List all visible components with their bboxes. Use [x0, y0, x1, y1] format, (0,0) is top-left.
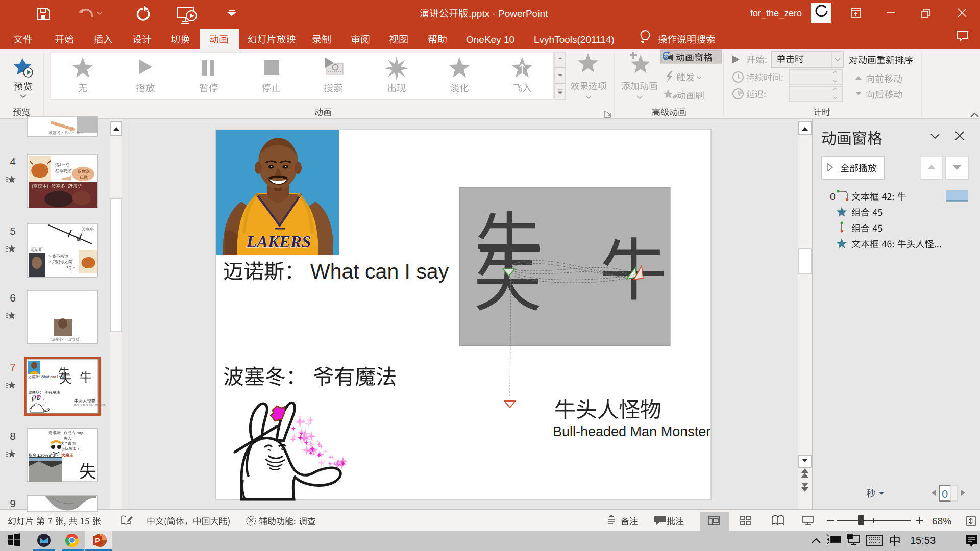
svg-text:Bull-headed Man Monster: Bull-headed Man Monster — [553, 424, 710, 439]
svg-text:LAKERS: LAKERS — [246, 233, 311, 251]
svg-text:8: 8 — [10, 430, 16, 442]
svg-text:0: 0 — [830, 191, 836, 202]
svg-text:15:53: 15:53 — [910, 535, 936, 546]
svg-text:5: 5 — [10, 225, 16, 237]
svg-text:What can I say: What can I say — [310, 260, 449, 283]
svg-text:68%: 68% — [932, 516, 951, 527]
svg-text:P: P — [95, 537, 100, 545]
svg-text:7: 7 — [10, 361, 16, 373]
svg-text:9: 9 — [10, 497, 16, 509]
svg-text:6: 6 — [10, 292, 16, 304]
svg-text:4: 4 — [10, 156, 16, 167]
svg-text:for_the_zero: for_the_zero — [750, 8, 802, 19]
svg-text:OneKey 10: OneKey 10 — [466, 34, 514, 45]
svg-text:.pptx - PowerPoint: .pptx - PowerPoint — [469, 8, 548, 19]
svg-text:0: 0 — [942, 488, 948, 500]
svg-text:LvyhTools(201114): LvyhTools(201114) — [534, 34, 615, 45]
